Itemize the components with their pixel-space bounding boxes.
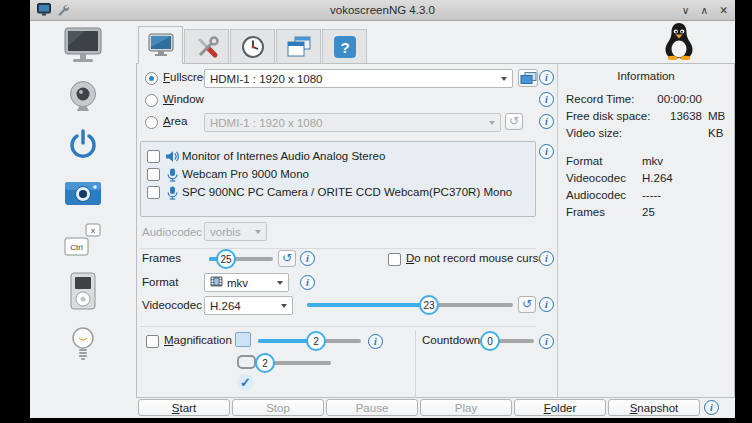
magnification-label: Magnification [164, 334, 232, 346]
start-button[interactable]: Start [138, 399, 230, 416]
magnification-shape-slider[interactable]: 2 [258, 353, 331, 373]
magnification-shape-handle[interactable]: 2 [255, 353, 275, 373]
info-format-label: Format [566, 155, 642, 167]
fullscreen-radio[interactable] [145, 72, 158, 85]
audio-devices-group: Monitor of Internes Audio Analog Stereo … [140, 141, 536, 217]
microphone-icon [167, 168, 178, 184]
audio-device-checkbox[interactable] [147, 186, 160, 199]
magnifier-preview [235, 332, 251, 347]
magnification-size-slider[interactable]: 2 [258, 331, 361, 351]
audiocodec-select: vorbis [204, 222, 267, 241]
wrench-icon [56, 3, 69, 18]
countdown-info-icon[interactable]: i [539, 334, 554, 349]
audio-device-checkbox[interactable] [147, 168, 160, 181]
frames-reset-button[interactable]: ↺ [278, 250, 296, 267]
fullscreen-info-icon[interactable]: i [539, 70, 554, 85]
countdown-value: 0 [487, 336, 493, 347]
snapshot-button[interactable]: Snapshot [608, 399, 700, 416]
info-frames-label: Frames [566, 206, 642, 218]
audio-device-checkbox[interactable] [147, 150, 160, 163]
multi-screen-button[interactable] [518, 69, 538, 87]
video-size-value [654, 127, 702, 139]
countdown-label: Countdown [422, 334, 480, 346]
quality-slider-handle[interactable]: 23 [419, 295, 439, 315]
audiocodec-value: vorbis [210, 226, 241, 238]
close-button[interactable]: ✕ [719, 4, 728, 16]
magnification-size-handle[interactable]: 2 [306, 331, 326, 351]
disk-space-value: 13638 [654, 110, 702, 122]
format-select[interactable]: mkv [204, 273, 289, 292]
power-icon [65, 127, 101, 165]
countdown-slider[interactable]: 0 [480, 331, 534, 351]
disk-space-label: Free disk space: [566, 110, 654, 122]
hotkey-icon: xCtrl [63, 223, 103, 259]
pause-button: Pause [326, 399, 418, 416]
frames-info-icon[interactable]: i [300, 251, 315, 266]
folder-button[interactable]: Folder [514, 399, 606, 416]
svg-text:?: ? [340, 38, 349, 55]
countdown-slider-handle[interactable]: 0 [480, 331, 500, 351]
videocodec-label: Videocodec [142, 299, 202, 311]
quality-slider[interactable]: 23 [307, 295, 513, 315]
info-videocodec-label: Videocodec [566, 172, 642, 184]
area-info-icon[interactable]: i [539, 114, 554, 129]
tab-window[interactable] [276, 29, 321, 63]
quality-value: 23 [423, 300, 434, 311]
window-info-icon[interactable]: i [539, 92, 554, 107]
chevron-down-icon [277, 281, 283, 285]
audio-info-icon[interactable]: i [539, 144, 554, 159]
monitor-icon [61, 27, 105, 67]
area-value: HDMI-1 : 1920 x 1080 [210, 117, 323, 129]
quality-info-icon[interactable]: i [539, 297, 554, 312]
mouse-cursor-info-icon[interactable]: i [539, 251, 554, 266]
separator [140, 326, 536, 327]
mouse-cursor-checkbox[interactable] [388, 253, 401, 266]
tab-timer[interactable] [230, 29, 275, 63]
screen-tab-pane: Fullscreen HDMI-1 : 1920 x 1080 i Window… [136, 63, 735, 398]
format-info-icon[interactable]: i [300, 275, 315, 290]
format-value: mkv [227, 277, 248, 289]
fullscreen-select[interactable]: HDMI-1 : 1920 x 1080 [204, 69, 513, 88]
minimize-button[interactable]: ∨ [682, 4, 690, 16]
magnification-size-value: 2 [313, 336, 319, 347]
tab-bar: ? [136, 21, 735, 63]
svg-text:Ctrl: Ctrl [70, 243, 83, 252]
frames-slider-handle[interactable]: 25 [216, 249, 236, 269]
stop-button: Stop [232, 399, 324, 416]
film-icon [210, 276, 223, 289]
titlebar: vokoscreenNG 4.3.0 ∨ ∧ ✕ [30, 0, 735, 21]
area-label: Area [163, 115, 187, 127]
video-size-label: Video size: [566, 127, 654, 139]
information-panel: Information Record Time:00:00:00 Free di… [558, 64, 734, 397]
info-videocodec-value: H.264 [642, 172, 673, 184]
footer-info-icon[interactable]: i [704, 400, 719, 415]
chevron-down-icon [255, 230, 261, 234]
area-reset-button: ↺ [505, 113, 523, 130]
info-audiocodec-label: Audiocodec [566, 189, 642, 201]
speaker-icon [165, 150, 179, 165]
quality-reset-button[interactable]: ↺ [518, 296, 536, 313]
tab-tools[interactable] [184, 29, 229, 63]
main-area: ? Fullscreen HDMI-1 : 1920 x 1080 i Wind [136, 21, 735, 418]
window-label: Window [163, 93, 204, 105]
tab-screen[interactable] [138, 26, 183, 64]
maximize-button[interactable]: ∧ [701, 4, 709, 16]
footer-bar: Start Stop Pause Play Folder Snapshot i [136, 398, 735, 418]
magnification-shape-value: 2 [262, 358, 268, 369]
magnification-checkbox[interactable] [146, 335, 159, 348]
magnifier-shape-icon [237, 355, 256, 369]
magnification-info-icon[interactable]: i [368, 334, 383, 349]
window-radio[interactable] [145, 94, 158, 107]
frames-label: Frames [142, 252, 181, 264]
app-window: vokoscreenNG 4.3.0 ∨ ∧ ✕ xCtrl [30, 0, 735, 418]
frames-slider[interactable]: 25 [209, 249, 273, 269]
videocodec-select[interactable]: H.264 [204, 296, 293, 315]
separator [140, 248, 536, 249]
app-icon [37, 3, 51, 18]
window-title: vokoscreenNG 4.3.0 [30, 4, 735, 16]
tab-help[interactable]: ? [322, 29, 367, 63]
audiocodec-label: Audiocodec [142, 226, 202, 238]
lightbulb-icon [68, 325, 98, 365]
chevron-down-icon [489, 121, 495, 125]
area-radio[interactable] [145, 116, 158, 129]
